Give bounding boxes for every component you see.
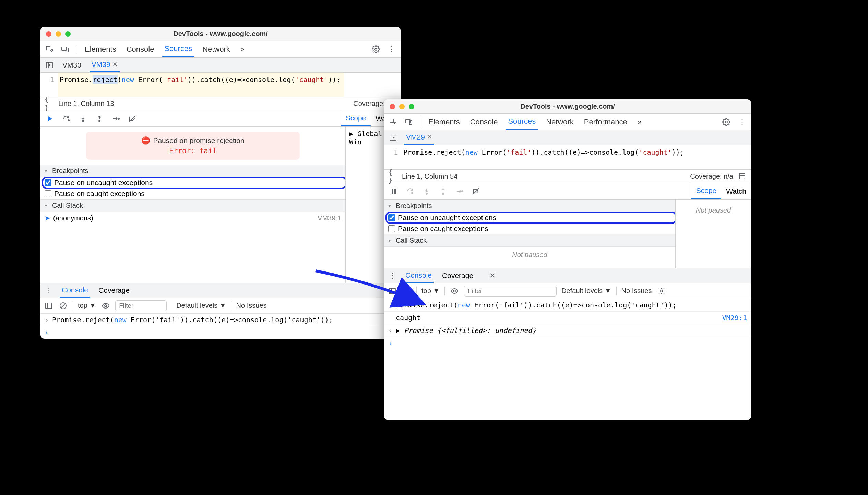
file-tab-vm30[interactable]: VM30 [60,58,83,72]
close-tab-icon[interactable]: ✕ [427,133,432,141]
step-icon[interactable] [111,114,121,123]
resume-icon[interactable] [45,114,55,123]
settings-gear-icon[interactable] [722,117,731,127]
issues-counter[interactable]: No Issues [236,302,267,310]
tab-elements[interactable]: Elements [83,41,118,57]
pause-on-caught-row[interactable]: Pause on caught exceptions [40,188,345,199]
code-line[interactable]: Promise.reject(new Error('fail')).catch(… [401,145,688,169]
callstack-header[interactable]: Call Stack [40,199,345,212]
tab-scope[interactable]: Scope [691,183,722,199]
pause-on-uncaught-checkbox[interactable] [45,179,51,186]
source-map-icon[interactable] [737,171,747,181]
tabs-overflow-button[interactable]: » [238,41,247,57]
console-input-line[interactable]: › Promise.reject(new Error('fail')).catc… [384,299,751,312]
inspect-element-icon[interactable] [388,117,398,127]
clear-console-icon[interactable] [58,301,68,311]
step-over-icon[interactable] [62,114,71,123]
console-context-selector[interactable]: top ▼ [78,302,96,310]
console-context-selector[interactable]: top ▼ [421,287,440,295]
pause-on-caught-row[interactable]: Pause on caught exceptions [384,223,675,234]
tab-network[interactable]: Network [200,41,232,57]
console-settings-gear-icon[interactable] [657,286,666,296]
deactivate-breakpoints-icon[interactable] [128,114,137,123]
source-editor[interactable]: 1 Promise.reject(new Error('fail')).catc… [40,73,401,97]
pause-on-uncaught-checkbox[interactable] [388,214,395,221]
source-editor[interactable]: 1 Promise.reject(new Error('fail')).catc… [384,145,751,169]
console-result-line[interactable]: ‹ ▶ Promise {<fulfilled>: undefined} [384,324,751,337]
tab-network[interactable]: Network [544,114,576,130]
tab-console[interactable]: Console [468,114,500,130]
minimize-window-button[interactable] [56,31,61,37]
device-toolbar-icon[interactable] [404,117,414,127]
console-filter-input[interactable] [115,300,167,311]
navigator-toggle-icon[interactable] [388,133,398,143]
console-sidebar-toggle-icon[interactable] [388,286,397,296]
log-levels-selector[interactable]: Default levels ▼ [176,302,226,310]
console-prompt[interactable]: › [384,337,751,349]
tab-sources[interactable]: Sources [506,114,538,130]
more-menu-icon[interactable]: ⋮ [387,45,396,54]
step-out-icon[interactable] [95,114,104,123]
file-tab-vm29[interactable]: VM29 ✕ [404,130,434,145]
tab-elements[interactable]: Elements [426,114,462,130]
more-menu-icon[interactable]: ⋮ [737,117,747,127]
live-expression-icon[interactable] [101,301,110,311]
tab-performance[interactable]: Performance [582,114,629,130]
navigator-toggle-icon[interactable] [45,60,54,70]
close-tab-icon[interactable]: ✕ [112,61,118,68]
tabs-overflow-button[interactable]: » [635,114,644,130]
deactivate-breakpoints-icon[interactable] [471,186,481,196]
breakpoints-header[interactable]: Breakpoints [384,200,675,212]
callstack-frame[interactable]: ➤ (anonymous) VM39:1 [40,212,345,224]
pretty-print-icon[interactable]: { } [388,171,398,181]
pause-icon[interactable] [389,186,399,196]
tab-watch[interactable]: Watch [721,183,751,199]
log-levels-selector[interactable]: Default levels ▼ [561,287,611,295]
minimize-window-button[interactable] [399,104,405,109]
callstack-header[interactable]: Call Stack [384,234,675,247]
maximize-window-button[interactable] [409,104,414,109]
callstack-not-paused: Not paused [384,247,675,263]
clear-console-icon[interactable] [402,286,412,296]
input-chevron-icon: › [45,316,49,324]
pause-on-caught-checkbox[interactable] [388,225,395,232]
tab-console[interactable]: Console [124,41,156,57]
tab-scope[interactable]: Scope [341,110,371,126]
log-source-link[interactable]: VM29:1 [722,314,747,322]
traffic-lights [390,104,414,109]
settings-gear-icon[interactable] [371,45,381,54]
live-expression-icon[interactable] [450,286,459,296]
svg-rect-0 [46,46,50,50]
drawer-more-icon[interactable]: ⋮ [388,271,397,280]
breakpoints-header[interactable]: Breakpoints [40,165,345,177]
svg-point-28 [442,193,444,194]
close-drawer-icon[interactable]: ✕ [488,271,497,280]
issues-counter[interactable]: No Issues [621,287,652,295]
close-window-button[interactable] [46,31,51,37]
file-tab-vm39[interactable]: VM39 ✕ [90,58,120,72]
debugger-content: Breakpoints Pause on uncaught exceptions… [384,200,751,268]
svg-point-8 [99,120,100,122]
pretty-print-icon[interactable]: { } [45,99,54,108]
pause-on-caught-checkbox[interactable] [45,190,51,197]
console-prompt[interactable]: › [40,326,401,339]
inspect-element-icon[interactable] [45,45,54,54]
drawer-more-icon[interactable]: ⋮ [44,286,53,295]
console-input-line[interactable]: › Promise.reject(new Error('fail')).catc… [40,314,401,326]
maximize-window-button[interactable] [65,31,71,37]
tab-sources[interactable]: Sources [162,41,194,57]
drawer-tab-console[interactable]: Console [403,268,434,283]
console-sidebar-toggle-icon[interactable] [44,301,53,311]
drawer-tab-console[interactable]: Console [60,283,90,298]
cursor-position: Line 1, Column 54 [402,172,457,180]
drawer-tab-coverage[interactable]: Coverage [440,268,475,283]
device-toolbar-icon[interactable] [60,45,70,54]
pause-on-uncaught-row[interactable]: Pause on uncaught exceptions [384,212,675,223]
console-toolbar: top ▼ Default levels ▼ No Issues [384,283,751,299]
pause-on-uncaught-row[interactable]: Pause on uncaught exceptions [40,177,345,188]
close-window-button[interactable] [390,104,395,109]
step-into-icon[interactable] [78,114,88,123]
console-filter-input[interactable] [464,286,557,297]
code-line[interactable]: Promise.reject(new Error('fail')).catch(… [58,73,344,97]
drawer-tab-coverage[interactable]: Coverage [96,283,132,298]
